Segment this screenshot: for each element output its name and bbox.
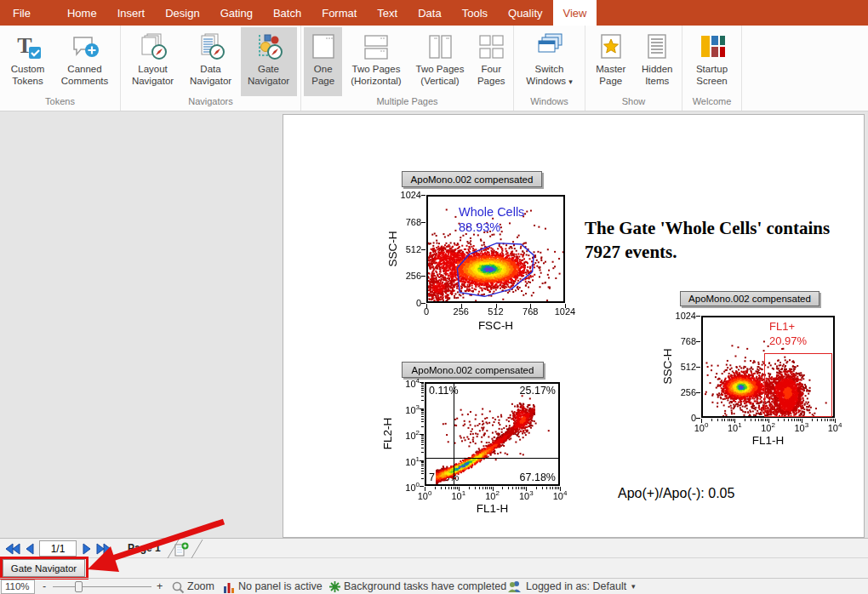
one-page-icon (309, 32, 338, 61)
zoom-value-box[interactable]: 110% (1, 580, 35, 594)
axis-tick (421, 437, 424, 437)
startup-screen-button[interactable]: Startup Screen (686, 27, 739, 96)
two-pages-vertical-button[interactable]: Two Pages (Vertical) (409, 27, 470, 96)
axis-tick (421, 410, 424, 411)
add-page-button[interactable] (174, 542, 189, 557)
tab-quality[interactable]: Quality (498, 0, 552, 26)
tab-insert[interactable]: Insert (107, 0, 156, 26)
apo-ratio-text[interactable]: Apo(+)/Apo(-): 0.05 (618, 486, 734, 501)
master-page-icon (597, 32, 625, 61)
gate-events-text[interactable]: The Gate 'Whole Cells' contains 7927 eve… (585, 217, 861, 264)
data-navigator-icon (197, 32, 226, 61)
data-navigator-button[interactable]: Data Navigator (183, 27, 239, 96)
axis-tick (696, 316, 700, 317)
axis-tick (420, 434, 424, 435)
ribbon-group-windows: Switch Windows ▾ Windows (514, 26, 585, 111)
y-tick-label: 256 (396, 271, 421, 281)
last-page-button[interactable] (96, 543, 111, 555)
axis-tick (420, 382, 424, 383)
tab-text[interactable]: Text (367, 0, 408, 26)
axis-tick (421, 471, 424, 471)
axis-tick (696, 367, 700, 368)
tab-tools[interactable]: Tools (452, 0, 498, 26)
axis-tick (421, 473, 424, 474)
tab-view[interactable]: View (553, 0, 597, 26)
custom-tokens-button[interactable]: T Custom Tokens (4, 27, 52, 96)
zoom-slider-track[interactable] (53, 586, 151, 587)
axis-tick (421, 388, 424, 389)
density-plot-canvas (426, 384, 558, 484)
switch-windows-button[interactable]: Switch Windows ▾ (517, 27, 582, 96)
y-axis-label: FL2-H (381, 383, 394, 485)
gate-label[interactable]: FL1+20.97% (769, 320, 807, 349)
login-dropdown-caret[interactable]: ▾ (631, 582, 636, 591)
next-page-button[interactable] (83, 543, 92, 555)
axis-tick (745, 419, 745, 421)
tab-file[interactable]: File (0, 0, 43, 26)
one-page-button[interactable]: One Page (304, 27, 342, 96)
page-tab[interactable]: Page 1 (128, 542, 161, 554)
axis-tick (711, 419, 712, 421)
axis-tick (420, 460, 424, 461)
page-indicator[interactable]: 1/1 (39, 540, 77, 557)
axis-tick (421, 400, 424, 401)
tab-gating[interactable]: Gating (210, 0, 263, 26)
master-page-button[interactable]: Master Page (588, 27, 633, 96)
tab-design[interactable]: Design (155, 0, 209, 26)
x-tick-label: 1024 (551, 306, 579, 317)
zoom-magnifier-icon (172, 581, 185, 594)
first-page-button[interactable] (5, 543, 20, 555)
gate-rectangle[interactable] (764, 353, 833, 417)
axis-tick (421, 303, 425, 304)
logged-in-text[interactable]: Logged in as: Default (526, 580, 626, 592)
y-tick-label: 100 (394, 481, 420, 493)
axis-tick (812, 419, 813, 421)
zoom-slider-thumb[interactable] (75, 581, 83, 592)
axis-tick (717, 419, 718, 421)
axis-tick (421, 478, 424, 479)
layout-page: The Gate 'Whole Cells' contains 7927 eve… (283, 114, 865, 538)
zoom-out-button[interactable]: - (43, 580, 46, 592)
ribbon-group-tokens: T Custom Tokens Canned Comments Tokens (0, 26, 121, 111)
axis-tick (421, 442, 424, 443)
tab-data[interactable]: Data (408, 0, 451, 26)
canned-comments-button[interactable]: Canned Comments (54, 27, 117, 96)
x-tick-label: 101 (445, 489, 472, 501)
gate-navigator-button[interactable]: Gate Navigator (241, 27, 297, 96)
axis-tick (508, 487, 509, 489)
axis-tick (784, 419, 785, 421)
ribbon-tab-bar: File Home Insert Design Gating Batch For… (0, 0, 868, 26)
tab-format[interactable]: Format (311, 0, 367, 26)
hidden-items-icon (642, 32, 671, 61)
plot-frame: 0.11%25.17%7.55%67.18% (425, 382, 560, 486)
gate-label[interactable]: Whole Cells88.93% (459, 204, 524, 235)
axis-tick (778, 419, 779, 421)
layout-navigator-icon (139, 32, 168, 61)
tab-batch[interactable]: Batch (263, 0, 311, 26)
y-tick-label: 101 (394, 455, 420, 467)
axis-tick (435, 487, 436, 489)
y-tick-label: 103 (394, 403, 420, 415)
two-pages-horizontal-label: Two Pages (Horizontal) (346, 64, 405, 88)
x-tick-label: 101 (721, 421, 748, 433)
axis-tick (441, 487, 442, 489)
group-label-windows: Windows (516, 96, 583, 111)
logged-in-user-icon (507, 580, 522, 593)
y-tick-label: 512 (396, 244, 421, 254)
axis-tick (817, 419, 818, 421)
x-axis-label: FSC-H (462, 319, 530, 332)
four-pages-button[interactable]: Four Pages (472, 27, 511, 96)
axis-tick (421, 409, 424, 410)
layout-navigator-button[interactable]: Layout Navigator (125, 27, 181, 96)
axis-tick (421, 396, 424, 397)
axis-tick (542, 487, 543, 489)
switch-windows-icon (535, 32, 564, 61)
previous-page-button[interactable] (25, 543, 34, 555)
tab-home[interactable]: Home (57, 0, 107, 26)
zoom-in-button[interactable]: + (157, 580, 163, 592)
axis-tick (751, 419, 751, 421)
custom-tokens-icon: T (14, 32, 43, 61)
hidden-items-button[interactable]: Hidden Items (635, 27, 679, 96)
quadrant-line-vertical (454, 382, 454, 486)
two-pages-horizontal-button[interactable]: Two Pages (Horizontal) (344, 27, 408, 96)
